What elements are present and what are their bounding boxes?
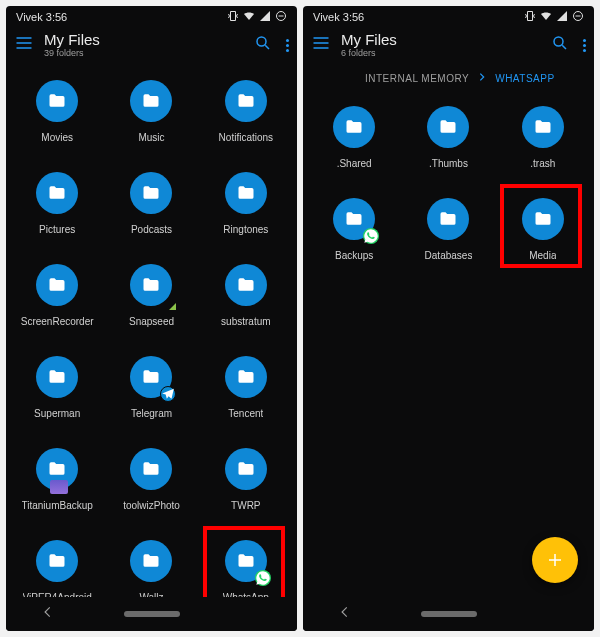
fab-add-button[interactable] — [532, 537, 578, 583]
back-button[interactable] — [41, 605, 55, 623]
app-bar: My Files 6 folders — [303, 26, 594, 62]
breadcrumb-current[interactable]: WHATSAPP — [495, 73, 554, 84]
folder-icon — [130, 264, 172, 306]
app-title: My Files — [44, 32, 244, 47]
folder-label: .Shared — [337, 158, 372, 169]
nav-bar — [303, 597, 594, 631]
folder-label: Snapseed — [129, 316, 174, 327]
wifi-icon — [540, 10, 552, 24]
folder-icon — [225, 356, 267, 398]
menu-icon[interactable] — [311, 33, 331, 57]
status-time: 3:56 — [343, 11, 364, 23]
search-icon[interactable] — [254, 34, 272, 56]
folder-item[interactable]: substratum — [199, 252, 293, 338]
app-subtitle: 6 folders — [341, 48, 541, 58]
folder-icon — [36, 540, 78, 582]
phone-left: Vivek 3:56 My Files 39 folders — [6, 6, 297, 631]
whatsapp-badge-icon — [363, 228, 379, 244]
more-icon[interactable] — [583, 39, 586, 52]
signal-icon — [259, 10, 271, 24]
folder-label: substratum — [221, 316, 270, 327]
folder-item[interactable]: Snapseed — [104, 252, 198, 338]
folder-label: Ringtones — [223, 224, 268, 235]
vibrate-icon — [227, 10, 239, 24]
app-subtitle: 39 folders — [44, 48, 244, 58]
more-icon[interactable] — [286, 39, 289, 52]
folder-item[interactable]: Superman — [10, 344, 104, 430]
svg-point-1 — [257, 37, 266, 46]
folder-icon — [225, 80, 267, 122]
search-icon[interactable] — [551, 34, 569, 56]
folder-icon — [225, 540, 267, 582]
folder-icon — [36, 264, 78, 306]
folder-item[interactable]: Databases — [401, 186, 495, 272]
status-left: Vivek 3:56 — [16, 11, 67, 23]
folder-label: Notifications — [219, 132, 273, 143]
folder-icon — [130, 448, 172, 490]
folder-item[interactable]: Movies — [10, 68, 104, 154]
folder-item[interactable]: Tencent — [199, 344, 293, 430]
folder-icon — [225, 264, 267, 306]
telegram-badge-icon — [160, 386, 176, 402]
snapseed-icon — [169, 303, 176, 310]
folder-label: .trash — [530, 158, 555, 169]
signal-icon — [556, 10, 568, 24]
breadcrumb-parent[interactable]: INTERNAL MEMORY — [365, 73, 469, 84]
back-button[interactable] — [338, 605, 352, 623]
title-area: My Files 39 folders — [44, 32, 244, 58]
folder-item[interactable]: Pictures — [10, 160, 104, 246]
folder-label: Podcasts — [131, 224, 172, 235]
folder-item[interactable]: Backups — [307, 186, 401, 272]
folder-icon — [36, 80, 78, 122]
wifi-icon — [243, 10, 255, 24]
folder-item[interactable]: .Shared — [307, 94, 401, 180]
folder-item[interactable]: .trash — [496, 94, 590, 180]
status-user: Vivek — [16, 11, 43, 23]
folder-item[interactable]: Notifications — [199, 68, 293, 154]
svg-point-3 — [554, 37, 563, 46]
menu-icon[interactable] — [14, 33, 34, 57]
status-icons — [524, 10, 584, 24]
folder-icon — [225, 172, 267, 214]
folder-item[interactable]: TitaniumBackup — [10, 436, 104, 522]
folder-item[interactable]: Ringtones — [199, 160, 293, 246]
dnd-icon — [275, 10, 287, 24]
status-bar: Vivek 3:56 — [303, 6, 594, 26]
folder-item[interactable]: toolwizPhoto — [104, 436, 198, 522]
dnd-icon — [572, 10, 584, 24]
phone-right: Vivek 3:56 My Files 6 folders — [303, 6, 594, 631]
folder-grid: .Shared.Thumbs.trashBackupsDatabasesMedi… — [303, 88, 594, 278]
status-icons — [227, 10, 287, 24]
folder-icon — [130, 540, 172, 582]
folder-icon — [333, 106, 375, 148]
folder-icon — [427, 106, 469, 148]
folder-icon — [225, 448, 267, 490]
folder-item[interactable]: Music — [104, 68, 198, 154]
app-bar: My Files 39 folders — [6, 26, 297, 62]
folder-icon — [522, 198, 564, 240]
home-pill[interactable] — [124, 611, 180, 617]
folder-label: Telegram — [131, 408, 172, 419]
folder-item[interactable]: ScreenRecorder — [10, 252, 104, 338]
chevron-right-icon — [477, 72, 487, 84]
stage: Vivek 3:56 My Files 39 folders — [6, 6, 594, 631]
folder-label: TitaniumBackup — [22, 500, 93, 511]
folder-item[interactable]: Telegram — [104, 344, 198, 430]
folder-item[interactable]: .Thumbs — [401, 94, 495, 180]
folder-item[interactable]: Podcasts — [104, 160, 198, 246]
folder-item[interactable]: Media — [496, 186, 590, 272]
folder-label: ScreenRecorder — [21, 316, 94, 327]
whatsapp-badge-icon — [255, 570, 271, 586]
folder-item[interactable]: TWRP — [199, 436, 293, 522]
folder-icon — [36, 172, 78, 214]
breadcrumb[interactable]: INTERNAL MEMORY WHATSAPP — [303, 62, 594, 88]
folder-label: Movies — [41, 132, 73, 143]
folder-label: .Thumbs — [429, 158, 468, 169]
folder-grid: MoviesMusicNotificationsPicturesPodcasts… — [6, 62, 297, 620]
folder-icon — [333, 198, 375, 240]
home-pill[interactable] — [421, 611, 477, 617]
folder-label: Databases — [425, 250, 473, 261]
nav-bar — [6, 597, 297, 631]
folder-icon — [130, 356, 172, 398]
folder-label: Tencent — [228, 408, 263, 419]
